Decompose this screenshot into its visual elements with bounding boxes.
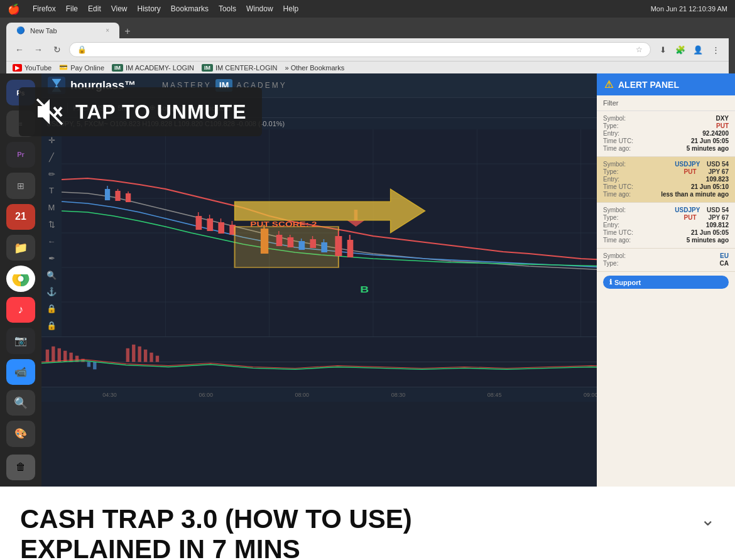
tool-lock[interactable]: 🔒 — [44, 301, 59, 316]
tool-pencil2[interactable]: ✒ — [44, 251, 59, 266]
time-0600: 06:00 — [158, 392, 254, 398]
usdjpy1-entry-label: Entry: — [603, 176, 619, 183]
browser-tabs: 🔵 New Tab × + — [6, 23, 729, 38]
usdjpy2-time-utc-value: 21 Jun 05:05 — [691, 229, 729, 236]
svg-text:B: B — [360, 285, 369, 295]
dock-item-chrome[interactable] — [6, 266, 35, 291]
tab-close-button[interactable]: × — [106, 27, 109, 34]
usdjpy2-time-ago-label: Time ago: — [603, 237, 631, 244]
dock-item-color[interactable]: 🎨 — [6, 421, 35, 446]
eu-type-value: CA — [720, 260, 729, 267]
video-description: CASH TRAP 3.0 (HOW TO USE) EXPLAINED IN … — [0, 487, 735, 560]
dxy-time-utc-value: 21 Jun 05:05 — [691, 137, 729, 144]
svg-rect-58 — [87, 362, 90, 367]
dxy-symbol-label: Symbol: — [603, 115, 626, 122]
bookmark-pay-online[interactable]: 💳 Pay Online — [59, 63, 104, 72]
tool-back[interactable]: ← — [44, 234, 59, 249]
browser-toolbar: ← → ↻ 🔒 ☆ ⬇ 🧩 👤 ⋮ — [6, 38, 729, 61]
dock-item-finder[interactable]: 📁 — [6, 235, 35, 261]
bookmark-youtube[interactable]: ▶ YouTube — [13, 64, 52, 72]
toolbar-icons: ⬇ 🧩 👤 ⋮ — [656, 43, 722, 57]
menu-history[interactable]: History — [138, 4, 161, 13]
svg-rect-51 — [46, 350, 49, 362]
profile-icon[interactable]: 👤 — [691, 43, 705, 57]
tool-zoom[interactable]: 🔍 — [44, 268, 59, 283]
tool-draw[interactable]: ✏ — [44, 167, 59, 181]
svg-rect-65 — [156, 356, 159, 362]
bookmark-im-center[interactable]: IM IM CENTER-LOGIN — [202, 64, 277, 72]
pay-online-favicon: 💳 — [59, 63, 68, 72]
dock-item-camera[interactable]: 📷 — [6, 328, 35, 353]
menu-firefox[interactable]: Firefox — [33, 4, 56, 13]
usdjpy1-entry-value: 109.823 — [706, 176, 729, 183]
svg-rect-64 — [150, 353, 153, 362]
alert-panel-header: ⚠ ALERT PANEL — [597, 73, 735, 95]
mute-icon — [34, 96, 65, 127]
eu-symbol-value: EU — [720, 252, 729, 259]
time-0800: 08:00 — [254, 392, 350, 398]
usdjpy2-entry-value: 109.812 — [706, 222, 729, 229]
bookmark-im-login[interactable]: IM IM ACADEMY- LOGIN — [112, 64, 194, 72]
tool-line[interactable]: ╱ — [44, 150, 59, 164]
dxy-type-value: PUT — [716, 122, 729, 129]
dock-item-zoom[interactable]: 📹 — [6, 359, 35, 385]
menu-tools[interactable]: Tools — [219, 4, 236, 13]
menu-bookmarks[interactable]: Bookmarks — [171, 4, 209, 13]
eu-type-label: Type: — [603, 260, 618, 267]
tool-lock2[interactable]: 🔒 — [44, 318, 59, 333]
usdjpy2-type-value: PUT JPY 67 — [684, 214, 729, 221]
bookmark-youtube-label: YouTube — [24, 64, 52, 72]
back-button[interactable]: ← — [13, 43, 26, 57]
expand-button[interactable]: ⌄ — [700, 509, 715, 530]
svg-rect-27 — [218, 222, 224, 234]
usdjpy2-symbol-value: USDJPY USD 54 — [675, 207, 729, 213]
tool-magnet[interactable]: ⚓ — [44, 284, 59, 299]
menu-window[interactable]: Window — [246, 4, 273, 13]
tool-measure[interactable]: M — [44, 200, 59, 215]
support-button[interactable]: ℹ Support — [603, 276, 729, 289]
menu-view[interactable]: View — [111, 4, 128, 13]
dock-item-finder2[interactable]: 🔍 — [6, 390, 35, 416]
usdjpy2-entry-label: Entry: — [603, 222, 619, 229]
bookmark-other[interactable]: » Other Bookmarks — [285, 64, 344, 72]
menu-help[interactable]: Help — [283, 4, 299, 13]
forward-button[interactable]: → — [31, 43, 45, 57]
usdjpy1-symbol-value: USDJPY USD 54 — [675, 161, 729, 168]
tab-title: New Tab — [30, 27, 95, 35]
usdjpy2-symbol-label: Symbol: — [603, 207, 626, 213]
menu-file[interactable]: File — [66, 4, 78, 13]
unmute-overlay[interactable]: TAP TO UNMUTE — [19, 87, 262, 136]
reload-button[interactable]: ↻ — [50, 43, 64, 57]
usdjpy2-time-ago-value: 5 minutes ago — [687, 237, 729, 244]
youtube-favicon: ▶ — [13, 64, 22, 72]
tool-arrows[interactable]: ⇅ — [44, 217, 59, 232]
im-login-favicon: IM — [112, 64, 123, 72]
dock-item-grid[interactable]: ⊞ — [6, 173, 35, 198]
usdjpy1-symbol-label: Symbol: — [603, 161, 626, 168]
dock-item-music[interactable]: ♪ — [6, 297, 35, 323]
download-icon[interactable]: ⬇ — [656, 43, 670, 57]
svg-rect-52 — [52, 347, 55, 362]
tool-text[interactable]: T — [44, 183, 59, 198]
dock-item-pr[interactable]: Pr — [6, 142, 35, 168]
menu-dots-icon[interactable]: ⋮ — [709, 43, 722, 57]
dock-item-trash[interactable]: 🗑 — [6, 455, 35, 480]
dxy-symbol-value: DXY — [716, 115, 729, 122]
dxy-time-utc-label: Time UTC: — [603, 137, 633, 144]
apple-menu[interactable]: 🍎 — [8, 3, 20, 15]
alert-filter[interactable]: Filter — [597, 95, 735, 111]
bookmark-bar: ▶ YouTube 💳 Pay Online IM IM ACADEMY- LO… — [6, 61, 729, 73]
address-bar[interactable]: 🔒 ☆ — [69, 42, 651, 57]
extension-icon[interactable]: 🧩 — [673, 43, 687, 57]
dock-item-21[interactable]: 21 — [6, 204, 35, 230]
alert-panel-title: ALERT PANEL — [618, 80, 679, 90]
video-container[interactable]: TAP TO UNMUTE Ps ≡ Pr ⊞ 21 📁 — [0, 73, 735, 487]
menu-edit[interactable]: Edit — [88, 4, 101, 13]
new-tab-button[interactable]: + — [121, 24, 134, 38]
chart-svg: PUT SCORE: 2 B — [62, 129, 685, 337]
time-0830: 08:30 — [350, 392, 446, 398]
chart-svg-container: PUT SCORE: 2 B — [62, 129, 685, 337]
dxy-entry-value: 92.24200 — [702, 130, 729, 137]
browser-tab-active[interactable]: 🔵 New Tab × — [6, 23, 119, 38]
svg-rect-62 — [138, 347, 141, 362]
